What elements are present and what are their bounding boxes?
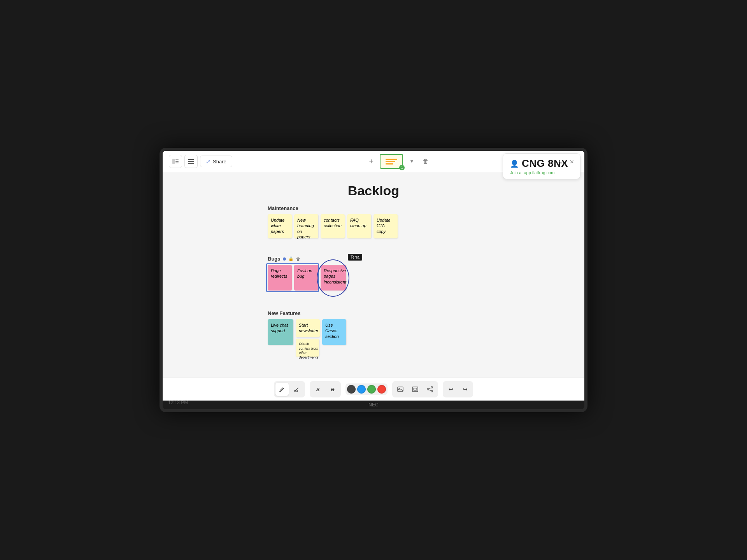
- bugs-notes: Page redirects Favicon bug Responsive pa…: [268, 265, 396, 290]
- chevron-down-button[interactable]: ▼: [406, 156, 417, 167]
- svg-rect-10: [412, 387, 418, 392]
- maintenance-notes: Update white papers New branding on pape…: [268, 214, 398, 238]
- sticky-note-responsive[interactable]: Responsive pages inconsistent: [321, 265, 346, 290]
- color-black[interactable]: [347, 385, 356, 394]
- frame-tool-button[interactable]: [409, 383, 422, 396]
- eraser-tool-button[interactable]: [290, 383, 303, 396]
- sticky-text-2: New branding on papers: [297, 217, 315, 240]
- svg-rect-0: [172, 159, 175, 164]
- sticky-note-new-branding[interactable]: New branding on papers: [294, 214, 318, 238]
- bugs-header: Bugs 🔒 🗑: [268, 256, 396, 262]
- frame-line-1: [386, 159, 397, 160]
- sticky-note-faq[interactable]: FAQ clean up: [347, 214, 371, 238]
- add-frame-button[interactable]: +: [366, 156, 377, 167]
- svg-rect-2: [175, 161, 179, 162]
- lock-icon: 🔒: [288, 256, 294, 261]
- frame-line-3: [386, 163, 393, 164]
- page-title: Backlog: [348, 183, 399, 198]
- color-green[interactable]: [367, 385, 376, 394]
- cng-join-link[interactable]: Join at app.flatfrog.com: [510, 170, 554, 175]
- svg-point-13: [427, 388, 429, 390]
- maintenance-section: Maintenance Update white papers New bran…: [268, 205, 398, 238]
- sticky-text-5: Update CTA copy: [377, 217, 395, 234]
- features-notes: Live chat support Start newsletter Obtai…: [268, 319, 346, 357]
- sticky-note-contacts[interactable]: contacts collection: [321, 214, 345, 238]
- terra-label: Terra: [348, 254, 362, 261]
- sticky-text-favicon: Favicon bug: [297, 268, 315, 279]
- pen-style-2-button[interactable]: S: [326, 383, 339, 396]
- maintenance-label: Maintenance: [268, 205, 398, 211]
- svg-rect-6: [188, 163, 194, 164]
- close-button[interactable]: ✕: [567, 157, 577, 167]
- share-icon: ⤢: [206, 158, 210, 164]
- pen-style-group: S S: [310, 381, 341, 397]
- user-icon: 👤: [510, 159, 519, 168]
- nec-brand: NEC: [163, 401, 584, 409]
- image-insert-button[interactable]: [394, 383, 407, 396]
- sticky-note-use-cases[interactable]: Use Cases section: [322, 319, 346, 345]
- svg-point-14: [431, 390, 433, 392]
- sticky-note-page-redirects[interactable]: Page redirects: [268, 265, 292, 290]
- sticky-note-favicon[interactable]: Favicon bug: [294, 265, 318, 290]
- frame-count: 1: [399, 165, 405, 170]
- svg-point-12: [431, 387, 433, 388]
- app-window: ⤢ Share + 1 ▼ 🗑 MI: [163, 151, 584, 401]
- sticky-note-obtain-content[interactable]: Obtain content from other departments: [296, 339, 319, 357]
- pen-tool-button[interactable]: [275, 383, 289, 396]
- sticky-text-page-redirects: Page redirects: [271, 268, 289, 279]
- sticky-text-obtain: Obtain content from other departments: [299, 342, 318, 360]
- menu-button[interactable]: [184, 155, 198, 168]
- sticky-text-responsive: Responsive pages inconsistent: [324, 268, 346, 285]
- delete-frame-button[interactable]: 🗑: [420, 156, 431, 167]
- svg-rect-11: [414, 388, 417, 390]
- frame-preview: [386, 159, 397, 164]
- sticky-text-1: Update white papers: [271, 217, 289, 234]
- sticky-note-newsletter[interactable]: Start newsletter: [296, 319, 320, 337]
- frame-thumbnail[interactable]: 1: [380, 154, 403, 169]
- canvas[interactable]: Backlog Maintenance Update white papers …: [163, 172, 584, 378]
- undo-redo-group: ↩ ↪: [443, 381, 473, 397]
- sticky-note-update-white-papers[interactable]: Update white papers: [268, 214, 292, 238]
- monitor: ⤢ Share + 1 ▼ 🗑 MI: [160, 148, 587, 412]
- svg-rect-7: [295, 390, 298, 392]
- sticky-note-live-chat[interactable]: Live chat support: [268, 319, 293, 345]
- redo-button[interactable]: ↪: [458, 383, 472, 396]
- pen-style-1-button[interactable]: S: [311, 383, 324, 396]
- svg-rect-4: [188, 159, 194, 160]
- cng-actions: ⤡ ✕: [555, 157, 577, 167]
- time-display: 12:13 PM: [168, 400, 188, 401]
- share-button[interactable]: ⤢ Share: [200, 156, 232, 167]
- bottom-toolbar: S S ↩ ↪: [163, 378, 584, 401]
- newsletter-group: Start newsletter Obtain content from oth…: [296, 319, 320, 357]
- svg-rect-3: [175, 163, 179, 163]
- sticky-text-newsletter: Start newsletter: [299, 322, 318, 334]
- features-section: New Features Live chat support Start new…: [268, 310, 346, 357]
- insert-tools-group: [392, 381, 438, 397]
- sticky-text-live-chat: Live chat support: [271, 322, 290, 334]
- bugs-section: Bugs 🔒 🗑 Page redirects Favicon bug: [268, 256, 396, 290]
- draw-tools-group: [274, 381, 305, 397]
- svg-rect-1: [175, 159, 179, 160]
- sticky-note-cta[interactable]: Update CTA copy: [374, 214, 398, 238]
- cng-panel: 👤 CNG 8NX Join at app.flatfrog.com ⤡ ✕: [503, 153, 580, 179]
- top-toolbar: ⤢ Share + 1 ▼ 🗑 MI: [163, 151, 584, 172]
- svg-rect-5: [188, 161, 194, 162]
- color-red[interactable]: [377, 385, 386, 394]
- sticky-text-use-cases: Use Cases section: [325, 322, 343, 339]
- bugs-dot-icon: [283, 257, 286, 261]
- share-label: Share: [213, 159, 226, 164]
- bugs-label: Bugs: [268, 256, 281, 262]
- sticky-text-3: contacts collection: [324, 217, 342, 229]
- share-tool-button[interactable]: [423, 383, 437, 396]
- toolbar-left: ⤢ Share: [169, 155, 232, 168]
- minimize-button[interactable]: ⤡: [555, 157, 565, 167]
- sidebar-toggle-button[interactable]: [169, 155, 182, 168]
- color-blue[interactable]: [357, 385, 366, 394]
- svg-rect-8: [398, 387, 403, 392]
- undo-button[interactable]: ↩: [444, 383, 458, 396]
- trash-icon: 🗑: [296, 257, 300, 261]
- frame-line-2: [386, 161, 395, 162]
- sticky-text-4: FAQ clean up: [350, 217, 368, 229]
- features-label: New Features: [268, 310, 346, 316]
- colors-group: [345, 383, 388, 395]
